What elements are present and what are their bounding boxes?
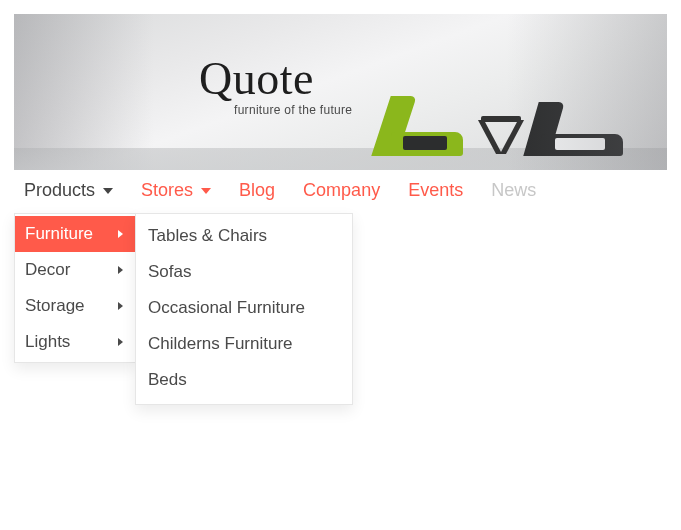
submenu-item-furniture[interactable]: Furniture bbox=[15, 216, 135, 252]
illustration-chair-dark bbox=[531, 98, 627, 156]
products-submenu: Furniture Decor Storage Lights bbox=[14, 213, 136, 363]
submenu2-item-childerns[interactable]: Childerns Furniture bbox=[136, 326, 352, 362]
main-nav: Products Stores Blog Company Events News bbox=[14, 170, 667, 211]
nav-blog-label: Blog bbox=[239, 180, 275, 201]
chevron-down-icon bbox=[103, 188, 113, 194]
chevron-down-icon bbox=[201, 188, 211, 194]
nav-stores[interactable]: Stores bbox=[141, 180, 211, 201]
submenu2-item-occasional[interactable]: Occasional Furniture bbox=[136, 290, 352, 326]
submenu-item-label: Lights bbox=[25, 332, 70, 352]
hero-banner: Quote furniture of the future bbox=[14, 14, 667, 170]
submenu2-item-tables-chairs[interactable]: Tables & Chairs bbox=[136, 218, 352, 254]
chevron-right-icon bbox=[118, 230, 123, 238]
illustration-chair-green bbox=[381, 92, 467, 156]
illustration-side-table bbox=[479, 116, 523, 156]
chevron-right-icon bbox=[118, 266, 123, 274]
submenu2-item-label: Sofas bbox=[148, 262, 191, 281]
nav-blog[interactable]: Blog bbox=[239, 180, 275, 201]
nav-products[interactable]: Products bbox=[24, 180, 113, 201]
submenu2-item-label: Tables & Chairs bbox=[148, 226, 267, 245]
submenu2-item-label: Childerns Furniture bbox=[148, 334, 293, 353]
submenu-item-storage[interactable]: Storage bbox=[15, 288, 135, 324]
nav-news-label: News bbox=[491, 180, 536, 201]
chevron-right-icon bbox=[118, 302, 123, 310]
nav-company[interactable]: Company bbox=[303, 180, 380, 201]
submenu-item-label: Decor bbox=[25, 260, 70, 280]
submenu2-item-label: Beds bbox=[148, 370, 187, 389]
nav-company-label: Company bbox=[303, 180, 380, 201]
submenu2-item-label: Occasional Furniture bbox=[148, 298, 305, 317]
banner-floor bbox=[14, 148, 667, 170]
submenu2-item-beds[interactable]: Beds bbox=[136, 362, 352, 398]
nav-products-label: Products bbox=[24, 180, 95, 201]
submenu-item-label: Storage bbox=[25, 296, 85, 316]
submenu2-item-sofas[interactable]: Sofas bbox=[136, 254, 352, 290]
brand-name: Quote bbox=[199, 56, 352, 102]
submenu-item-lights[interactable]: Lights bbox=[15, 324, 135, 360]
furniture-submenu: Tables & Chairs Sofas Occasional Furnitu… bbox=[135, 213, 353, 405]
submenu-item-decor[interactable]: Decor bbox=[15, 252, 135, 288]
nav-events[interactable]: Events bbox=[408, 180, 463, 201]
nav-news[interactable]: News bbox=[491, 180, 536, 201]
brand-block: Quote furniture of the future bbox=[199, 56, 352, 117]
submenu-item-label: Furniture bbox=[25, 224, 93, 244]
brand-tagline: furniture of the future bbox=[234, 103, 352, 117]
nav-events-label: Events bbox=[408, 180, 463, 201]
chevron-right-icon bbox=[118, 338, 123, 346]
nav-stores-label: Stores bbox=[141, 180, 193, 201]
